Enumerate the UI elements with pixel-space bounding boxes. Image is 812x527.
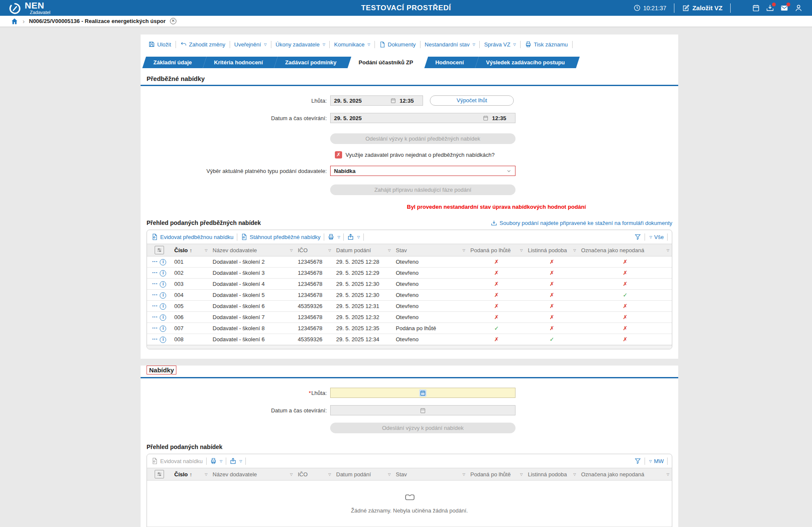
documents-button[interactable]: Dokumenty bbox=[375, 41, 420, 48]
info-icon[interactable]: i bbox=[160, 259, 166, 265]
info-icon[interactable]: i bbox=[160, 303, 166, 310]
column-header-ico[interactable]: IČO▽ bbox=[295, 244, 334, 256]
filter-triangle-icon[interactable]: ▽ bbox=[388, 472, 391, 476]
export-table-button[interactable]: ▽ bbox=[230, 458, 242, 464]
info-icon[interactable]: i bbox=[160, 337, 166, 343]
filter-triangle-icon[interactable]: ▽ bbox=[290, 472, 293, 476]
table-row[interactable]: •••i 001Dodavatel - školení 21234567829.… bbox=[147, 256, 672, 268]
column-header-datum[interactable]: Datum podání▽ bbox=[334, 244, 393, 256]
print-table-button[interactable]: ▽ bbox=[210, 458, 222, 464]
row-actions-icon[interactable]: ••• bbox=[153, 337, 158, 341]
filter-triangle-icon[interactable]: ▽ bbox=[520, 248, 523, 252]
table-row[interactable]: •••i 004Dodavatel - školení 51234567829.… bbox=[147, 290, 672, 301]
view-selector[interactable]: ▽ Vše bbox=[648, 234, 664, 240]
send-nabidky-vyzva-button[interactable]: Odeslání výzvy k podání nabídek bbox=[330, 423, 515, 433]
info-icon[interactable]: i bbox=[160, 281, 166, 288]
lhuta-input[interactable]: 29. 5. 2025 12:35 bbox=[330, 95, 423, 106]
filter-triangle-icon[interactable]: ▽ bbox=[328, 472, 331, 476]
downloads-button[interactable] bbox=[766, 4, 774, 12]
column-header-datum[interactable]: Datum podání▽ bbox=[334, 468, 393, 481]
evidovat-nabidku-button[interactable]: Evidovat nabídku bbox=[151, 458, 203, 464]
filter-triangle-icon[interactable]: ▽ bbox=[573, 472, 576, 476]
row-actions-icon[interactable]: ••• bbox=[153, 315, 158, 319]
column-header-ico[interactable]: IČO▽ bbox=[295, 468, 334, 481]
vypocet-lhut-button[interactable]: Výpočet lhůt bbox=[430, 95, 514, 106]
vz-admin-menu[interactable]: Správa VZ ▽ bbox=[480, 41, 520, 48]
filter-triangle-icon[interactable]: ▽ bbox=[667, 248, 669, 252]
table-row[interactable]: •••i 007Dodavatel - školení 81234567829.… bbox=[147, 323, 672, 334]
info-icon[interactable]: i bbox=[160, 325, 166, 332]
publish-menu[interactable]: Uveřejnění ▽ bbox=[230, 41, 271, 48]
column-settings-header[interactable] bbox=[147, 244, 172, 256]
oteviani2-input[interactable] bbox=[330, 405, 515, 415]
close-icon[interactable]: ✕ bbox=[170, 18, 176, 24]
table-row[interactable]: •••i 006Dodavatel - školení 71234567829.… bbox=[147, 312, 672, 323]
view-selector[interactable]: ▽ MW bbox=[648, 458, 664, 464]
column-settings-header[interactable] bbox=[147, 468, 172, 481]
table-row[interactable]: •••i 008Dodavatel - školení 64535932629.… bbox=[147, 334, 672, 345]
calendar-button[interactable] bbox=[752, 4, 760, 12]
info-icon[interactable]: i bbox=[160, 314, 166, 321]
filter-triangle-icon[interactable]: ▽ bbox=[463, 472, 465, 476]
filter-triangle-icon[interactable]: ▽ bbox=[667, 472, 669, 476]
filter-triangle-icon[interactable]: ▽ bbox=[388, 248, 391, 252]
filter-triangle-icon[interactable]: ▽ bbox=[463, 248, 465, 252]
filter-triangle-icon[interactable]: ▽ bbox=[520, 472, 523, 476]
tab-zakladni-udaje[interactable]: Základní údaje bbox=[142, 57, 203, 68]
save-button[interactable]: Uložit bbox=[144, 41, 176, 48]
column-header-nepodana[interactable]: Označena jako nepodaná▽ bbox=[579, 244, 672, 256]
discard-changes-button[interactable]: Zahodit změny bbox=[176, 41, 230, 48]
row-actions-icon[interactable]: ••• bbox=[153, 304, 158, 308]
files-download-link[interactable]: Soubory podání najdete připravené ke sta… bbox=[491, 220, 672, 226]
info-icon[interactable]: i bbox=[160, 292, 166, 299]
next-phase-button[interactable]: Zahájit přípravu následující fáze podání bbox=[330, 184, 515, 195]
filter-triangle-icon[interactable]: ▽ bbox=[205, 472, 207, 476]
column-header-po-lhute[interactable]: Podaná po lhůtě▽ bbox=[468, 468, 525, 481]
column-header-nepodana[interactable]: Označena jako nepodaná▽ bbox=[579, 468, 672, 481]
breadcrumb-item[interactable]: N006/25/V00005136 - Realizace energetick… bbox=[29, 18, 166, 24]
info-icon[interactable]: i bbox=[160, 270, 166, 276]
oteviani-input[interactable]: 29. 5. 2025 12:35 bbox=[330, 113, 515, 123]
nonstandard-state-menu[interactable]: Nestandardní stav ▽ bbox=[420, 41, 480, 48]
communication-menu[interactable]: Komunikace ▽ bbox=[330, 41, 374, 48]
print-table-button[interactable]: ▽ bbox=[328, 233, 340, 240]
lhuta2-input[interactable] bbox=[330, 388, 515, 398]
tab-podani-ucastniku-zp[interactable]: Podání účastníků ZP bbox=[348, 57, 424, 68]
menu-icon[interactable] bbox=[738, 5, 746, 11]
stahnout-predbezne-button[interactable]: Stáhnout předběžné nabídky bbox=[241, 233, 320, 240]
export-table-button[interactable]: ▽ bbox=[347, 233, 360, 240]
column-header-cislo[interactable]: Číslo↑▽ bbox=[172, 468, 210, 481]
messages-button[interactable] bbox=[780, 4, 789, 12]
tab-zadavaci-podminky[interactable]: Zadávací podmínky bbox=[274, 57, 348, 68]
column-header-stav[interactable]: Stav▽ bbox=[393, 468, 468, 481]
create-vz-button[interactable]: Založit VZ bbox=[682, 4, 723, 12]
send-predbezne-vyzva-button[interactable]: Odeslání výzvy k podání předběžných nabí… bbox=[330, 133, 515, 144]
account-button[interactable] bbox=[795, 4, 803, 12]
filter-button[interactable] bbox=[634, 458, 641, 464]
column-header-stav[interactable]: Stav▽ bbox=[393, 244, 468, 256]
filter-button[interactable] bbox=[634, 233, 641, 240]
home-icon[interactable] bbox=[11, 17, 18, 25]
filter-triangle-icon[interactable]: ▽ bbox=[573, 248, 576, 252]
tab-vysledek-zadavaciho-postupu[interactable]: Výsledek zadávacího postupu bbox=[475, 57, 576, 68]
evidovat-predbeznou-button[interactable]: Evidovat předběžnou nabídku bbox=[151, 233, 233, 240]
column-header-cislo[interactable]: Číslo↑▽ bbox=[172, 244, 210, 256]
table-row[interactable]: •••i 005Dodavatel - školení 64535932629.… bbox=[147, 301, 672, 312]
contracting-actions-menu[interactable]: Úkony zadavatele ▽ bbox=[271, 41, 330, 48]
row-actions-icon[interactable]: ••• bbox=[153, 326, 158, 330]
filter-triangle-icon[interactable]: ▽ bbox=[328, 248, 331, 252]
filter-triangle-icon[interactable]: ▽ bbox=[205, 248, 207, 252]
table-row[interactable]: •••i 003Dodavatel - školení 41234567829.… bbox=[147, 279, 672, 290]
column-header-listinna[interactable]: Listinná podoba▽ bbox=[525, 244, 579, 256]
column-header-po-lhute[interactable]: Podaná po lhůtě▽ bbox=[468, 244, 525, 256]
row-actions-icon[interactable]: ••• bbox=[153, 259, 158, 263]
row-actions-icon[interactable]: ••• bbox=[153, 282, 158, 285]
table-row[interactable]: •••i 002Dodavatel - školení 31234567829.… bbox=[147, 268, 672, 279]
checkbox-cross-icon[interactable]: ✗ bbox=[335, 151, 342, 158]
tab-kriteria-hodnoceni[interactable]: Kritéria hodnocení bbox=[203, 57, 274, 68]
column-header-listinna[interactable]: Listinná podoba▽ bbox=[525, 468, 579, 481]
row-actions-icon[interactable]: ••• bbox=[153, 293, 158, 297]
column-header-nazev[interactable]: Název dodavatele▽ bbox=[210, 468, 295, 481]
typ-podani-select[interactable]: Nabídka bbox=[330, 166, 515, 176]
print-record-button[interactable]: Tisk záznamu bbox=[521, 41, 572, 48]
